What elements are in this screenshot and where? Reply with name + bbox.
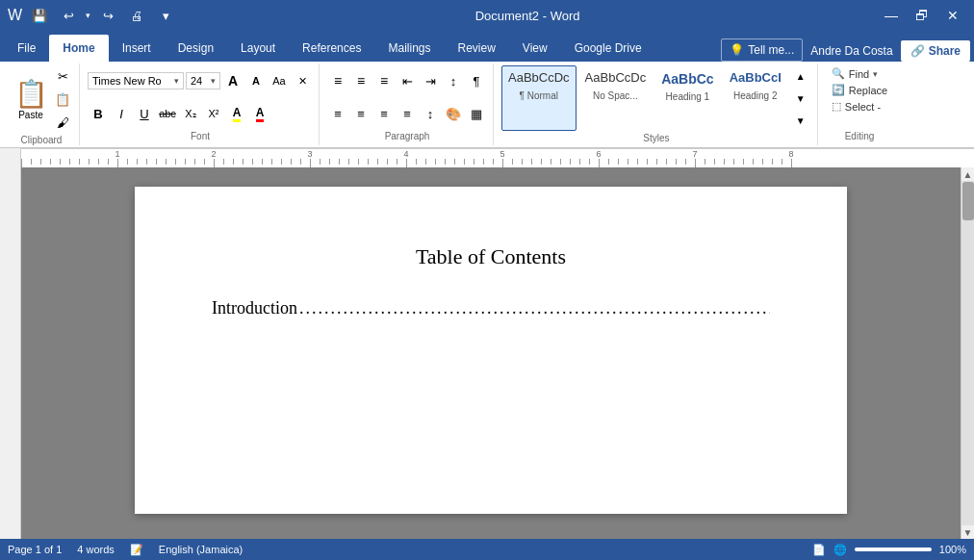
close-button[interactable]: ✕: [939, 2, 966, 29]
tab-google-drive[interactable]: Google Drive: [561, 35, 655, 62]
tab-mailings[interactable]: Mailings: [374, 35, 444, 62]
vertical-ruler: [0, 167, 21, 539]
bold-button[interactable]: B: [88, 103, 109, 124]
tab-home[interactable]: Home: [49, 35, 108, 62]
toc-dots: ........................................…: [299, 298, 770, 318]
numbering-button[interactable]: ≡: [350, 70, 372, 91]
scroll-track[interactable]: [961, 181, 975, 525]
style-heading2[interactable]: AaBbCcI Heading 2: [723, 65, 788, 131]
align-center-button[interactable]: ≡: [350, 103, 372, 124]
undo-qs-button[interactable]: ↩: [57, 4, 80, 27]
document-area[interactable]: Table of Contents Introduction .........…: [21, 167, 961, 539]
font-name-dropdown[interactable]: Times New Ro ▾: [88, 72, 184, 89]
change-case-button[interactable]: Aa: [269, 70, 290, 91]
text-highlight-button[interactable]: A: [226, 103, 247, 124]
select-button[interactable]: ⬚ Select -: [826, 98, 886, 115]
scroll-down-arrow[interactable]: ▼: [961, 525, 975, 539]
main-area: Table of Contents Introduction .........…: [0, 167, 974, 539]
editing-group: 🔍 Find ▾ 🔄 Replace ⬚ Select - Editing: [820, 64, 899, 145]
align-right-button[interactable]: ≡: [373, 103, 395, 124]
vertical-scrollbar[interactable]: ▲ ▼: [961, 167, 974, 539]
status-bar: Page 1 of 1 4 words 📝 English (Jamaica) …: [0, 539, 974, 560]
status-right: 📄 🌐 100%: [812, 544, 966, 556]
tab-file[interactable]: File: [4, 35, 49, 62]
tab-references[interactable]: References: [289, 35, 374, 62]
print-qs-button[interactable]: 🖨: [125, 4, 148, 27]
horizontal-ruler: 12345678: [21, 148, 974, 167]
style-heading1[interactable]: AaBbCc Heading 1: [654, 65, 720, 131]
bullets-button[interactable]: ≡: [327, 70, 348, 91]
styles-down[interactable]: ▼: [790, 88, 811, 109]
strikethrough-button[interactable]: abc: [157, 103, 178, 124]
tab-view[interactable]: View: [509, 35, 561, 62]
subscript-button[interactable]: X₂: [180, 103, 201, 124]
style-h1-preview: AaBbCc: [661, 68, 713, 89]
ruler-corner: [0, 148, 21, 167]
format-painter-button[interactable]: 🖌: [52, 112, 73, 133]
font-shrink-button[interactable]: A: [245, 70, 267, 91]
font-label: Font: [191, 129, 210, 143]
copy-button[interactable]: 📋: [52, 89, 73, 110]
redo-qs-button[interactable]: ↪: [96, 4, 119, 27]
underline-button[interactable]: U: [134, 103, 155, 124]
minimize-button[interactable]: —: [878, 2, 905, 29]
style-nospace[interactable]: AaBbCcDc No Spac...: [578, 65, 654, 131]
user-name: Andre Da Costa: [803, 40, 900, 62]
font-color-button[interactable]: A: [249, 103, 270, 124]
tab-layout[interactable]: Layout: [227, 35, 289, 62]
justify-button[interactable]: ≡: [397, 103, 418, 124]
scroll-up-arrow[interactable]: ▲: [961, 167, 975, 181]
find-button[interactable]: 🔍 Find ▾: [826, 65, 884, 82]
align-left-button[interactable]: ≡: [327, 103, 348, 124]
borders-button[interactable]: ▦: [466, 103, 487, 124]
clipboard-sub: ✂ 📋 🖌: [52, 65, 73, 133]
style-normal[interactable]: AaBbCcDc ¶ Normal: [501, 65, 577, 131]
document-title: Document2 - Word: [177, 9, 878, 23]
style-nospace-preview: AaBbCcDc: [585, 68, 647, 89]
styles-up[interactable]: ▲: [790, 65, 811, 87]
multilevel-button[interactable]: ≡: [373, 70, 395, 91]
tab-review[interactable]: Review: [444, 35, 508, 62]
increase-indent-button[interactable]: ⇥: [420, 70, 441, 91]
save-qs-button[interactable]: 💾: [28, 4, 51, 27]
tab-insert[interactable]: Insert: [109, 35, 165, 62]
track-changes-icon: 📝: [130, 544, 143, 556]
tell-me-input[interactable]: 💡 Tell me...: [721, 38, 803, 62]
cut-button[interactable]: ✂: [52, 65, 73, 87]
clipboard-label: Clipboard: [21, 133, 63, 147]
clear-format-button[interactable]: ✕: [292, 70, 313, 91]
style-h2-label: Heading 2: [733, 90, 778, 101]
decrease-indent-button[interactable]: ⇤: [397, 70, 418, 91]
show-hide-button[interactable]: ¶: [466, 70, 487, 91]
sort-button[interactable]: ↕: [443, 70, 464, 91]
font-name-arrow: ▾: [174, 76, 179, 86]
share-button[interactable]: 🔗 Share: [901, 40, 970, 62]
page-count: Page 1 of 1: [8, 544, 62, 555]
zoom-slider[interactable]: [855, 547, 932, 551]
style-h2-preview: AaBbCcI: [730, 68, 782, 89]
page-title: Table of Contents: [212, 244, 770, 269]
shading-button[interactable]: 🎨: [443, 103, 464, 124]
restore-button[interactable]: 🗗: [909, 2, 936, 29]
view-web-icon[interactable]: 🌐: [833, 544, 847, 556]
zoom-level: 100%: [939, 544, 966, 555]
styles-more[interactable]: ▼: [790, 110, 811, 131]
superscript-button[interactable]: X²: [203, 103, 224, 124]
toc-text: Introduction: [212, 298, 297, 318]
toc-entry-introduction: Introduction ...........................…: [212, 298, 770, 318]
replace-button[interactable]: 🔄 Replace: [826, 82, 893, 98]
window-controls: — 🗗 ✕: [878, 2, 966, 29]
find-icon: 🔍: [832, 67, 845, 80]
italic-button[interactable]: I: [111, 103, 132, 124]
font-size-dropdown[interactable]: 24 ▾: [186, 72, 220, 89]
tab-design[interactable]: Design: [165, 35, 227, 62]
scroll-thumb[interactable]: [962, 182, 974, 220]
line-spacing-button[interactable]: ↕: [420, 103, 441, 124]
paste-button[interactable]: 📋 Paste: [10, 66, 52, 132]
view-print-icon[interactable]: 📄: [812, 544, 826, 556]
font-grow-button[interactable]: A: [222, 70, 244, 91]
customize-qs-button[interactable]: ▾: [154, 4, 177, 27]
undo-dropdown[interactable]: ▾: [86, 11, 90, 20]
editing-label: Editing: [845, 129, 875, 143]
paste-icon: 📋: [14, 78, 48, 110]
